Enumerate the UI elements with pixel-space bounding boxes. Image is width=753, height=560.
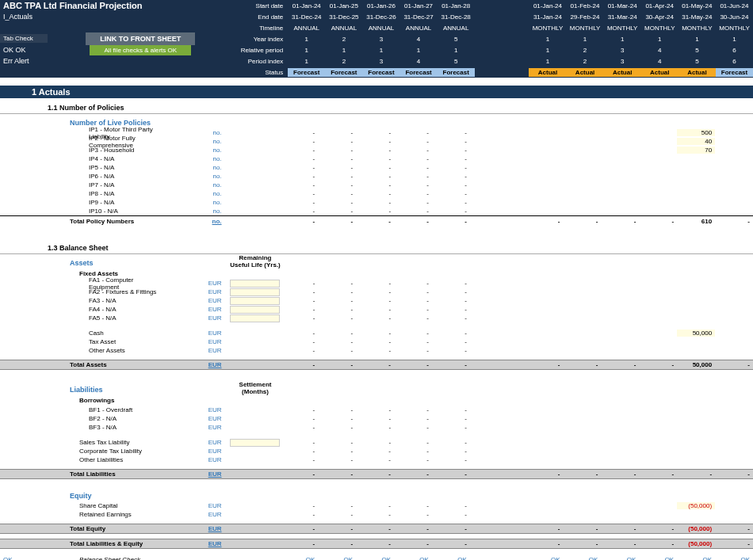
total-assets-row: Total Assets EUR ----- ---- 50,000 - xyxy=(0,360,753,370)
ip-row-9: IP10 - N/A no. ----- xyxy=(0,207,753,215)
section-balance-sheet: 1.3 Balance Sheet xyxy=(0,242,753,254)
retained-earnings-row: Retained Earnings EUR ----- xyxy=(0,510,753,519)
fa-row-3: FA4 - N/A EUR ----- xyxy=(0,305,753,314)
fa-input-1[interactable] xyxy=(230,288,281,296)
sales-tax-row: Sales Tax Liability EUR ----- xyxy=(0,438,753,447)
ip-row-8: IP9 - N/A no. ----- xyxy=(0,198,753,207)
ip-row-6: IP7 - N/A no. ----- xyxy=(0,181,753,189)
other-liab-row: Other Liabilities EUR ----- xyxy=(0,455,753,464)
sheet-name: I_Actuals xyxy=(0,13,226,21)
borrowings-heading: Borrowings xyxy=(0,395,753,406)
ip-row-5: IP6 - N/A no. ----- xyxy=(0,172,753,181)
bf-row-0: BF1 - Overdraft EUR ----- xyxy=(0,406,753,414)
fa-row-1: FA2 - Fixtures & Fittings EUR ----- xyxy=(0,288,753,296)
col-remaining-life: Remaining Useful Life (Yrs.) xyxy=(230,254,281,269)
ip-row-4: IP5 - N/A no. ----- xyxy=(0,163,753,172)
fa-row-2: FA3 - N/A EUR ----- xyxy=(0,296,753,305)
tab-check-ok: OK OK xyxy=(0,45,55,55)
start-date-label: Start date xyxy=(226,2,289,10)
total-policy-row: Total Policy Numbers no. ----- ---- 610 … xyxy=(0,215,753,226)
total-liabilities-row: Total Liabilities EUR ----- ------ xyxy=(0,469,753,479)
col-settlement: Settlement (Months) xyxy=(230,381,281,395)
ip-row-2: IP3 - Household no. ----- 70 xyxy=(0,146,753,154)
file-checks-badge: All file checks & alerts OK xyxy=(90,45,191,55)
tax-asset-row: Tax Asset EUR ----- xyxy=(0,337,753,346)
fa-input-4[interactable] xyxy=(230,314,281,322)
corp-tax-row: Corporate Tax Liability EUR ----- xyxy=(0,447,753,455)
assets-heading: Assets xyxy=(0,254,222,269)
equity-heading: Equity xyxy=(0,487,753,501)
bf-row-2: BF3 - N/A EUR ----- xyxy=(0,423,753,432)
section-actuals: 1 Actuals xyxy=(0,86,753,98)
fa-row-4: FA5 - N/A EUR ----- xyxy=(0,314,753,322)
fa-input-2[interactable] xyxy=(230,297,281,305)
fa-row-0: FA1 - Computer Equipment EUR ----- xyxy=(0,279,753,288)
section-number-of-policies: 1.1 Number of Policies xyxy=(0,101,753,114)
liabilities-heading: Liabilities xyxy=(0,381,222,395)
link-to-front-button[interactable]: LINK TO FRONT SHEET xyxy=(86,32,195,45)
ip-row-1: IP2 - Motor Fully Comprehensive no. ----… xyxy=(0,137,753,146)
share-capital-row: Share Capital EUR ----- (50,000) xyxy=(0,501,753,510)
tab-check-title: Tab Check xyxy=(0,34,48,43)
ip-row-7: IP8 - N/A no. ----- xyxy=(0,189,753,198)
fa-input-3[interactable] xyxy=(230,306,281,314)
header-panel: ABC TPA Ltd Financial Projection Start d… xyxy=(0,0,753,78)
total-equity-row: Total Equity EUR ----- ---- (50,000) - xyxy=(0,524,753,534)
fa-input-0[interactable] xyxy=(230,280,281,288)
balance-sheet-check-row: OK Balance Sheet Check OK OK OK OK OK OK… xyxy=(0,555,753,560)
total-liab-equity-row: Total Liabilities & Equity EUR ----- ---… xyxy=(0,539,753,549)
ip-row-3: IP4 - N/A no. ----- xyxy=(0,154,753,163)
cash-row: Cash EUR ----- 50,000 xyxy=(0,329,753,337)
sales-tax-input[interactable] xyxy=(230,439,281,447)
workbook-title: ABC TPA Ltd Financial Projection xyxy=(0,1,226,10)
tab-check-err: Err Alert xyxy=(0,56,55,66)
bf-row-1: BF2 - N/A EUR ----- xyxy=(0,414,753,423)
other-assets-row: Other Assets EUR ----- xyxy=(0,346,753,355)
